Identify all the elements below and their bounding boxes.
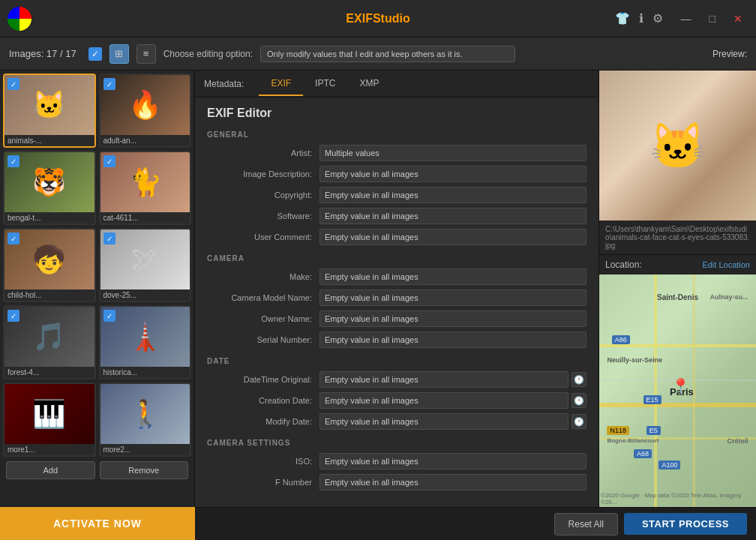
datetime-original-label: DateTime Original: (207, 375, 320, 384)
grid-view-button[interactable]: ⊞ (110, 44, 129, 64)
modify-date-field: 🕐 (320, 413, 586, 430)
owner-name-label: Owner Name: (207, 314, 320, 323)
iso-input[interactable] (320, 453, 586, 470)
iso-row: ISO: (207, 453, 586, 470)
list-item[interactable]: 🎵 ✓ forest-4... (3, 305, 96, 380)
title-bar: EXIFStudio 👕 ℹ ⚙ — □ ✕ (0, 0, 756, 38)
owner-name-input[interactable] (320, 310, 586, 327)
image-description-row: Image Description: (207, 166, 586, 182)
sidebar-buttons: Add Remove (3, 457, 191, 482)
list-item[interactable]: 🚶 more2... (99, 382, 192, 457)
artist-row: Artist: (207, 145, 586, 161)
image-description-label: Image Description: (207, 170, 320, 178)
list-item[interactable]: 🐯 ✓ bengal-t... (3, 151, 96, 225)
info-icon[interactable]: ℹ (639, 11, 644, 26)
image-checkbox[interactable]: ✓ (8, 155, 20, 167)
datetime-original-row: DateTime Original: 🕐 (207, 371, 586, 388)
list-item[interactable]: 🐱 ✓ animals-... (3, 74, 96, 148)
creation-date-row: Creation Date: 🕐 (207, 392, 586, 409)
activate-now-button[interactable]: ACTIVATE NOW (0, 507, 195, 540)
list-item[interactable]: 🔥 ✓ adult-an... (99, 74, 192, 148)
map-pin-icon: 📍 (671, 377, 690, 395)
tab-iptc[interactable]: IPTC (303, 72, 347, 96)
add-button[interactable]: Add (6, 461, 95, 479)
image-filename: adult-an... (100, 135, 190, 146)
camera-model-label: Camera Model Name: (207, 293, 320, 302)
window-controls: — □ ✕ (675, 10, 748, 28)
images-count: Images: 17 / 17 (9, 48, 76, 59)
app-title-exif: EXIF (346, 12, 373, 25)
user-comment-input[interactable] (320, 229, 586, 245)
copyright-row: Copyright: (207, 187, 586, 203)
app-title: EXIFStudio (346, 12, 410, 26)
serial-number-input[interactable] (320, 332, 586, 348)
tab-xmp[interactable]: XMP (347, 72, 391, 96)
shirt-icon[interactable]: 👕 (615, 11, 630, 26)
copyright-input[interactable] (320, 187, 586, 203)
fnumber-row: F Number (207, 474, 586, 490)
preview-image: 🐱 (599, 70, 756, 220)
datetime-original-input[interactable] (320, 371, 568, 388)
section-date: DATE (207, 357, 586, 365)
datetime-original-clock-icon[interactable]: 🕐 (572, 372, 586, 387)
list-item[interactable]: 🐈 ✓ cat-4611... (99, 151, 192, 225)
modify-date-input[interactable] (320, 413, 568, 430)
section-camera: CAMERA (207, 254, 586, 262)
reset-all-button[interactable]: Reset All (554, 513, 618, 536)
image-checkbox[interactable]: ✓ (104, 232, 116, 244)
datetime-original-field: 🕐 (320, 371, 586, 388)
exif-editor: EXIF Editor GENERAL Artist: Image Descri… (195, 98, 598, 504)
remove-button[interactable]: Remove (100, 461, 189, 479)
list-item[interactable]: 🗼 ✓ historica... (99, 305, 192, 380)
editing-option-select[interactable]: Only modify values that I edit and keep … (260, 46, 515, 62)
image-checkbox[interactable]: ✓ (104, 310, 116, 322)
tab-exif[interactable]: EXIF (259, 72, 303, 96)
image-filename: bengal-t... (4, 212, 94, 224)
metadata-label: Metadata: (204, 79, 244, 89)
image-grid: 🐱 ✓ animals-... 🔥 ✓ adult-an... 🐯 ✓ beng… (3, 74, 191, 457)
select-all-checkbox[interactable] (88, 47, 102, 61)
artist-input[interactable] (320, 145, 586, 161)
image-checkbox[interactable]: ✓ (8, 310, 20, 322)
image-filename: historica... (100, 367, 190, 378)
image-filename: more2... (100, 444, 190, 455)
map-background: Saint-Denis Aulnay-su... Neuilly-sur-Sei… (599, 274, 756, 507)
start-process-button[interactable]: START PROCESS (624, 513, 747, 535)
modify-date-clock-icon[interactable]: 🕐 (572, 414, 586, 429)
list-item[interactable]: 🎹 more1... (3, 382, 96, 457)
creation-date-clock-icon[interactable]: 🕐 (572, 393, 586, 408)
creation-date-field: 🕐 (320, 392, 586, 409)
minimize-button[interactable]: — (675, 10, 698, 28)
app-logo (8, 7, 32, 31)
image-description-input[interactable] (320, 166, 586, 182)
image-checkbox[interactable]: ✓ (8, 78, 20, 90)
camera-model-input[interactable] (320, 290, 586, 306)
section-camera-settings: CAMERA SETTINGS (207, 439, 586, 447)
settings-icon[interactable]: ⚙ (652, 11, 663, 26)
close-button[interactable]: ✕ (728, 10, 748, 28)
make-input[interactable] (320, 268, 586, 285)
edit-location-button[interactable]: Edit Location (702, 260, 750, 269)
preview-panel: 🐱 C:\Users\thankyam\Saini\Desktop\exifst… (598, 70, 756, 507)
sidebar: 🐱 ✓ animals-... 🔥 ✓ adult-an... 🐯 ✓ beng… (0, 70, 195, 507)
toolbar: Images: 17 / 17 ⊞ ≡ Choose editing optio… (0, 38, 756, 70)
list-item[interactable]: 🧒 ✓ child-hol... (3, 228, 96, 302)
image-checkbox[interactable]: ✓ (104, 155, 116, 167)
map-credit: ©2020 Google · Map data ©2020 Tele Atlas… (601, 492, 756, 506)
list-item[interactable]: 🕊 ✓ dove-25... (99, 228, 192, 302)
maximize-button[interactable]: □ (704, 10, 722, 28)
image-filename: more1... (4, 444, 94, 455)
image-thumbnail: 🚶 (100, 384, 190, 444)
image-filename: dove-25... (100, 290, 190, 301)
map-container[interactable]: Saint-Denis Aulnay-su... Neuilly-sur-Sei… (599, 274, 756, 507)
list-view-button[interactable]: ≡ (136, 44, 156, 64)
image-checkbox[interactable]: ✓ (104, 78, 116, 90)
make-row: Make: (207, 268, 586, 285)
image-checkbox[interactable]: ✓ (8, 232, 20, 244)
creation-date-input[interactable] (320, 392, 568, 409)
creation-date-label: Creation Date: (207, 396, 320, 405)
fnumber-input[interactable] (320, 474, 586, 490)
grid-icon: ⊞ (115, 48, 123, 59)
section-general: GENERAL (207, 130, 586, 139)
software-input[interactable] (320, 208, 586, 224)
